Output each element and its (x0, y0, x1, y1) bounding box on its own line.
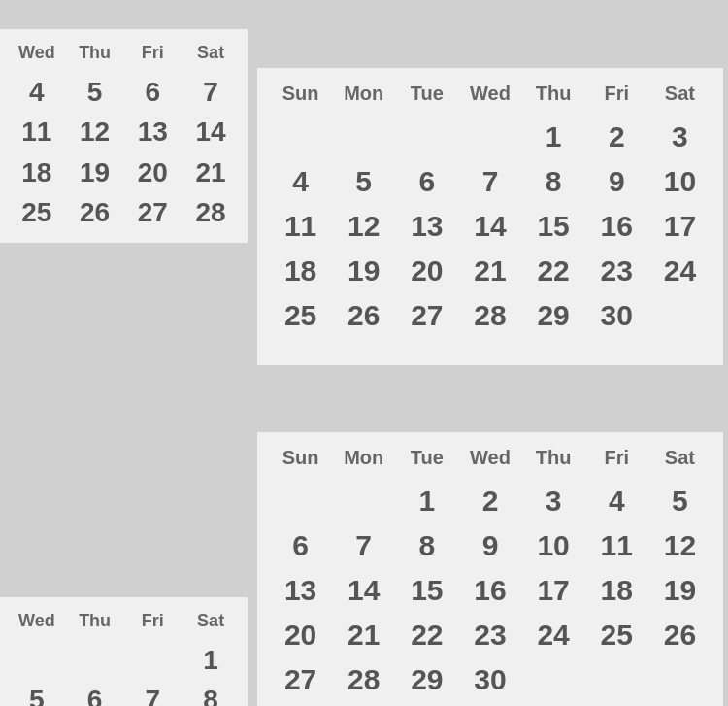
day-cell: 20 (269, 613, 332, 657)
day-cell: 20 (395, 249, 458, 293)
day-cell: 9 (585, 159, 648, 204)
day-cell (332, 479, 395, 523)
day-header: Mon (332, 442, 395, 479)
top-right-grid: SunMonTueWedThuFriSat1234567891011121314… (269, 78, 711, 348)
day-cell: 18 (8, 152, 66, 193)
day-cell: 8 (182, 680, 240, 706)
calendar-top-right: SunMonTueWedThuFriSat1234567891011121314… (257, 68, 723, 365)
day-header: Tue (395, 442, 458, 479)
day-cell: 1 (182, 640, 240, 681)
day-cell (458, 115, 521, 159)
day-cell: 7 (182, 72, 240, 113)
day-header: Fri (585, 442, 648, 479)
day-cell: 13 (124, 112, 182, 152)
day-cell: 24 (648, 249, 711, 293)
day-header: Thu (522, 78, 585, 115)
day-cell: 5 (66, 72, 124, 113)
day-cell (124, 640, 182, 681)
day-cell: 8 (395, 523, 458, 568)
day-cell: 4 (269, 159, 332, 204)
day-cell: 21 (182, 152, 240, 193)
day-cell: 28 (458, 293, 521, 338)
day-cell: 23 (585, 249, 648, 293)
day-cell: 27 (124, 192, 182, 233)
day-cell: 6 (66, 680, 124, 706)
day-header: Sun (269, 78, 332, 115)
calendar-top-left: WedThuFriSat4567111213141819202125262728 (0, 29, 248, 243)
day-cell: 19 (648, 568, 711, 613)
day-cell: 9 (458, 523, 521, 568)
day-cell: 19 (332, 249, 395, 293)
day-header: Fri (585, 78, 648, 115)
day-cell: 21 (458, 249, 521, 293)
day-cell: 16 (585, 204, 648, 249)
day-cell: 4 (585, 479, 648, 523)
day-cell: 25 (269, 293, 332, 338)
day-cell: 23 (458, 613, 521, 657)
day-cell: 1 (522, 115, 585, 159)
day-cell: 22 (395, 613, 458, 657)
day-cell: 28 (332, 657, 395, 702)
day-header: Thu (66, 607, 124, 640)
day-cell: 5 (648, 479, 711, 523)
day-cell: 1 (395, 479, 458, 523)
day-cell: 5 (332, 159, 395, 204)
day-cell: 19 (66, 152, 124, 193)
day-cell: 6 (124, 72, 182, 113)
day-cell: 12 (66, 112, 124, 152)
day-cell: 10 (648, 159, 711, 204)
day-cell: 17 (522, 568, 585, 613)
day-header: Tue (395, 78, 458, 115)
day-cell (269, 338, 332, 348)
day-header: Wed (458, 78, 521, 115)
day-cell: 25 (8, 192, 66, 233)
day-cell: 6 (269, 523, 332, 568)
day-cell: 3 (522, 479, 585, 523)
day-cell: 25 (585, 613, 648, 657)
day-cell: 7 (332, 523, 395, 568)
day-cell (648, 293, 711, 338)
day-cell: 15 (522, 204, 585, 249)
day-header: Thu (66, 39, 124, 72)
day-cell (269, 115, 332, 159)
day-cell (522, 657, 585, 702)
day-cell: 30 (458, 657, 521, 702)
day-cell: 14 (332, 568, 395, 613)
day-cell: 12 (648, 523, 711, 568)
day-header: Mon (332, 78, 395, 115)
day-header: Sat (648, 78, 711, 115)
calendar-bottom-left: WedThuFriSat15678 (0, 597, 248, 706)
day-cell: 7 (458, 159, 521, 204)
day-cell: 2 (585, 115, 648, 159)
day-cell: 2 (458, 479, 521, 523)
day-cell (8, 640, 66, 681)
day-cell: 27 (395, 293, 458, 338)
day-cell: 26 (66, 192, 124, 233)
day-cell: 28 (182, 192, 240, 233)
day-cell: 18 (269, 249, 332, 293)
day-cell: 24 (522, 613, 585, 657)
day-cell: 21 (332, 613, 395, 657)
bottom-left-grid: WedThuFriSat15678 (8, 607, 240, 706)
day-header: Fri (124, 607, 182, 640)
day-cell (269, 479, 332, 523)
day-cell: 3 (648, 115, 711, 159)
day-cell: 29 (395, 657, 458, 702)
day-cell (66, 640, 124, 681)
day-header: Wed (458, 442, 521, 479)
calendar-bottom-right: SunMonTueWedThuFriSat1234567891011121314… (257, 432, 723, 706)
day-cell: 22 (522, 249, 585, 293)
day-header: Thu (522, 442, 585, 479)
day-cell: 10 (522, 523, 585, 568)
day-cell: 5 (8, 680, 66, 706)
day-cell: 13 (395, 204, 458, 249)
day-cell: 11 (269, 204, 332, 249)
day-cell (332, 115, 395, 159)
day-cell: 14 (458, 204, 521, 249)
day-cell (585, 657, 648, 702)
day-cell: 17 (648, 204, 711, 249)
day-header: Sat (182, 39, 240, 72)
day-header: Sat (648, 442, 711, 479)
day-cell: 11 (585, 523, 648, 568)
day-cell (648, 657, 711, 702)
